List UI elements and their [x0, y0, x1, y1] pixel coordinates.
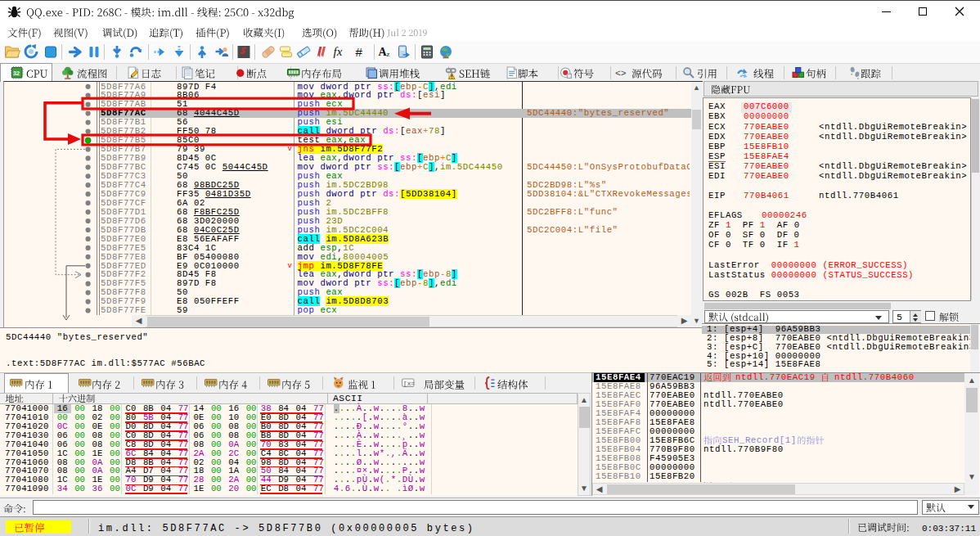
svg-text:[x=]: [x=] — [403, 381, 415, 387]
